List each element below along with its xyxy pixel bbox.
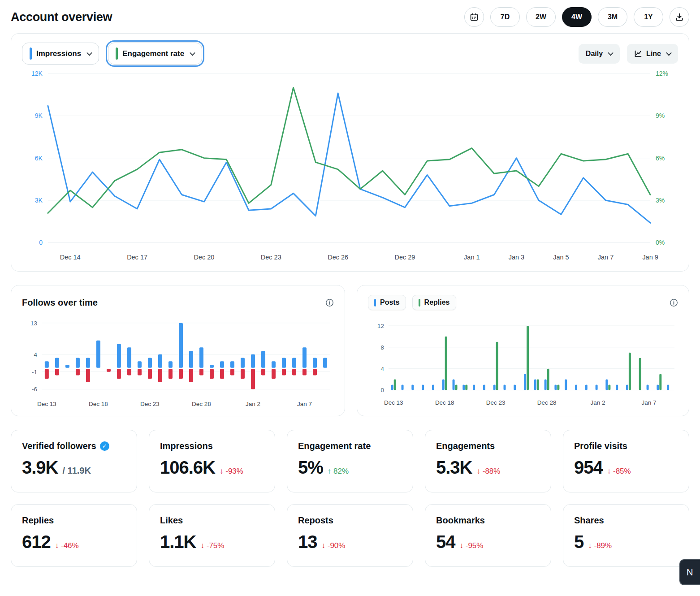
stat-delta-reposts: ↓ -90%: [322, 541, 346, 550]
follows-bar: [261, 351, 265, 368]
axis-label: Jan 7: [642, 400, 657, 406]
axis-label: Dec 13: [37, 401, 56, 408]
stat-card-bookmarks: Bookmarks54↓ -95%: [425, 504, 551, 567]
posts-bar: [647, 385, 649, 390]
metric-chip-engagement-rate[interactable]: Engagement rate: [108, 43, 202, 65]
axis-label: Jan 7: [598, 254, 614, 261]
unfollows-bar: [251, 369, 255, 389]
follows-bar: [45, 362, 49, 368]
stat-delta-impressions: ↓ -93%: [220, 467, 243, 476]
axis-label: 9K: [35, 112, 43, 119]
axis-label: 4: [380, 366, 384, 372]
axis-label: 9%: [656, 112, 665, 119]
stat-delta-value: -93%: [225, 467, 243, 475]
range-button-4w[interactable]: 4W: [562, 7, 592, 27]
chevron-down-icon: [666, 50, 672, 56]
range-button-7d[interactable]: 7D: [490, 7, 520, 27]
axis-label: Jan 7: [297, 401, 312, 408]
stat-delta-profile-visits: ↓ -85%: [607, 467, 631, 476]
stat-value-profile-visits: 954: [574, 458, 603, 478]
stat-title-verified-followers: Verified followers: [22, 441, 96, 451]
follows-bar: [251, 354, 255, 368]
replies-bar: [629, 353, 631, 390]
calendar-button[interactable]: [464, 7, 484, 27]
posts-replies-chart-svg: 04812Dec 13Dec 18Dec 23Dec 28Jan 2Jan 7: [368, 314, 678, 410]
posts-bar: [514, 385, 516, 390]
stat-delta-value: 82%: [333, 467, 349, 475]
download-button[interactable]: [670, 7, 689, 27]
main-chart-card: Impressions Engagement rate Daily Line: [11, 33, 689, 272]
unfollows-bar: [189, 369, 193, 382]
follows-bar: [323, 358, 327, 368]
stat-title-shares: Shares: [574, 515, 604, 526]
info-icon[interactable]: [325, 298, 334, 307]
posts-bar: [524, 374, 526, 390]
stat-value-engagements: 5.3K: [436, 458, 472, 478]
axis-label: 4: [34, 351, 37, 358]
posts-bar: [402, 385, 404, 390]
metric-selectors: Impressions Engagement rate: [22, 43, 202, 65]
range-button-2w[interactable]: 2W: [526, 7, 556, 27]
legend-posts[interactable]: Posts: [368, 295, 406, 310]
stat-value-reposts: 13: [298, 532, 317, 552]
arrow-down-icon: ↓: [322, 541, 328, 550]
axis-label: 12K: [31, 70, 43, 77]
stat-delta-value: -85%: [613, 467, 631, 475]
posts-bar: [534, 380, 536, 390]
unfollows-bar: [76, 369, 80, 375]
range-button-3m[interactable]: 3M: [598, 7, 627, 27]
stat-delta-value: -90%: [328, 541, 346, 550]
stat-delta-likes: ↓ -75%: [201, 541, 225, 550]
axis-label: Jan 5: [553, 254, 569, 261]
stat-card-likes: Likes1.1K↓ -75%: [149, 504, 275, 567]
unfollows-bar: [292, 369, 296, 375]
arrow-down-icon: ↓: [477, 467, 483, 475]
metric-chip-impressions[interactable]: Impressions: [22, 43, 99, 65]
unfollows-bar: [117, 369, 121, 379]
series-line-engagement-rate: [48, 87, 650, 213]
arrow-down-icon: ↓: [220, 467, 225, 475]
axis-label: Dec 26: [328, 254, 348, 261]
granularity-select[interactable]: Daily: [579, 44, 620, 64]
axis-label: Jan 2: [246, 401, 260, 408]
unfollows-bar: [86, 369, 90, 382]
follows-bar: [189, 351, 193, 368]
chart-type-select[interactable]: Line: [627, 44, 678, 64]
axis-label: Dec 28: [537, 400, 557, 406]
replies-bar: [639, 358, 641, 390]
stat-card-impressions: Impressions106.6K↓ -93%: [149, 430, 275, 492]
topbar: Account overview 7D 2W 4W 3M 1Y: [0, 0, 700, 33]
legend-replies[interactable]: Replies: [412, 295, 456, 310]
follows-bar: [86, 358, 90, 368]
range-button-1y[interactable]: 1Y: [634, 7, 663, 27]
follows-bar: [220, 362, 224, 368]
posts-bar: [411, 385, 414, 390]
stat-delta-value: -75%: [207, 541, 225, 550]
follows-bar: [179, 323, 183, 368]
info-icon[interactable]: [670, 298, 678, 307]
replies-bar: [537, 380, 539, 390]
main-chart-svg: 00%3K3%6K6%9K9%12K12%Dec 14Dec 17Dec 20D…: [22, 67, 678, 267]
follows-bar: [210, 365, 214, 368]
arrow-up-icon: ↑: [328, 467, 333, 475]
stat-delta-engagement-rate: ↑ 82%: [328, 467, 349, 476]
axis-label: 0: [39, 239, 43, 246]
engagement-rate-color-indicator: [116, 48, 118, 60]
axis-label: Jan 9: [642, 254, 658, 261]
stat-title-impressions: Impressions: [160, 441, 213, 451]
replies-bar: [527, 326, 529, 390]
next-overlay-button[interactable]: N: [679, 559, 700, 585]
follows-bar: [65, 365, 69, 368]
stat-title-engagements: Engagements: [436, 441, 495, 451]
posts-bar: [473, 385, 475, 390]
posts-bar: [585, 385, 588, 390]
posts-bar: [657, 385, 659, 390]
axis-label: Dec 18: [89, 401, 108, 408]
stat-title-likes: Likes: [160, 515, 183, 526]
unfollows-bar: [230, 369, 234, 375]
axis-label: 13: [30, 320, 37, 327]
line-chart-icon: [634, 50, 642, 58]
posts-bar: [667, 385, 669, 390]
stat-delta-replies: ↓ -46%: [55, 541, 79, 550]
posts-bar: [554, 385, 557, 390]
